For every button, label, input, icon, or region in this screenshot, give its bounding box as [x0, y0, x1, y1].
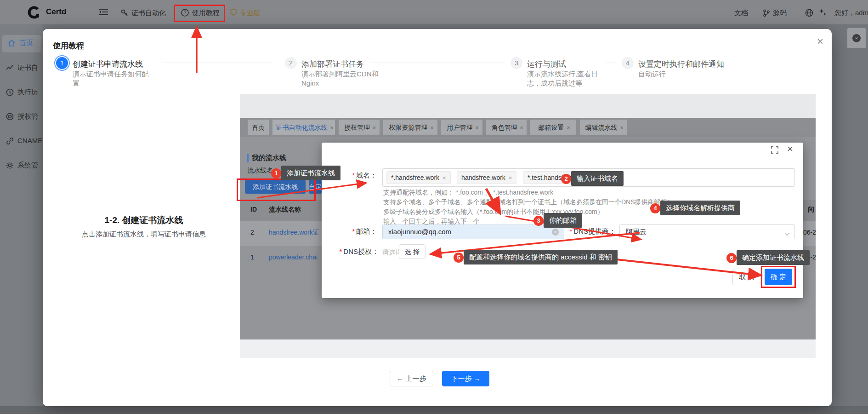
col-header-id: ID [250, 206, 257, 213]
dns-auth-select-button[interactable]: 选 择 [399, 244, 425, 259]
annotation-badge-4: 4 [650, 203, 660, 213]
add-pipeline-button[interactable]: 添加证书流水线 [245, 180, 306, 194]
chevron-down-icon [784, 230, 790, 238]
tab-close-icon[interactable]: × [567, 125, 570, 131]
annotation-tip-2: 输入证书域名 [571, 171, 624, 186]
link-icon [6, 137, 14, 145]
tab-cert-pipeline[interactable]: 证书自动化流水线× [272, 120, 335, 135]
history-clock-icon [6, 88, 14, 97]
step-2-desc2: Nginx [301, 79, 319, 87]
nav-tutorial[interactable]: 使用教程 [192, 9, 220, 17]
caption-subtitle: 点击添加证书流水线，填写证书申请信息 [52, 230, 236, 239]
cancel-button[interactable]: 取 消 [732, 269, 761, 285]
col-header-name: 流水线名称 [269, 206, 301, 214]
row-id: 2 [250, 229, 254, 236]
collapse-menu-icon[interactable] [99, 8, 108, 17]
required-mark: * [339, 247, 342, 255]
sparkles-icon[interactable] [819, 8, 827, 18]
globe-icon[interactable] [805, 9, 813, 18]
pipeline-filter-label: 流水线名 [247, 167, 273, 175]
modal-title: 使用教程 [53, 40, 84, 51]
step-2-indicator: 2 [285, 57, 297, 69]
sidebar-item-cert[interactable]: 证书自 [0, 63, 43, 80]
email-field[interactable]: xiaojunnuo@qq.com × [382, 224, 564, 239]
annotation-tip-6: 确定添加证书流水线 [737, 250, 810, 265]
tab-edit-pipeline[interactable]: 编辑流水线× [580, 120, 627, 135]
required-mark: * [569, 227, 572, 235]
target-circle-icon [6, 113, 14, 121]
dns-provider-select[interactable]: 阿里云 [619, 224, 795, 239]
tag-remove-icon[interactable]: × [509, 174, 512, 181]
tab-close-icon[interactable]: × [475, 125, 478, 131]
tab-close-icon[interactable]: × [330, 125, 333, 131]
sidebar-item-label: 证书自 [17, 63, 38, 72]
step-3-desc2: 志，成功后跳过等 [527, 79, 582, 88]
tab-home[interactable]: 首页 [248, 120, 269, 135]
annotation-tip-3: 你的邮箱 [544, 213, 582, 228]
domain-tag: *.handsfree.work× [386, 171, 451, 184]
tab-roles[interactable]: 角色管理× [486, 120, 527, 135]
sidebar-item-auth[interactable]: 授权管 [0, 112, 43, 128]
annotation-badge-1: 1 [271, 168, 281, 178]
row-time: 06-2 [803, 229, 816, 236]
next-step-button[interactable]: 下一步 → [442, 371, 489, 386]
step-1-desc2: 置 [73, 79, 79, 88]
top-navbar: Certd 证书自动化 ? 使用教程 专业版 文档 源码 您好，admin [0, 0, 868, 24]
close-circle-icon: × [852, 34, 861, 42]
git-branch-icon [763, 9, 770, 18]
inner-tabbar: 首页 证书自动化流水线× 授权管理× 权限资源管理× 用户管理× 角色管理× 邮… [240, 118, 816, 137]
domain-help-1: 支持通配符域名，例如： *.foo.com 、 *.test.handsfree… [383, 189, 553, 197]
annotation-badge-2: 2 [561, 174, 571, 184]
tab-permission[interactable]: 权限资源管理× [383, 120, 437, 135]
question-circle-icon: ? [181, 9, 189, 18]
home-icon [8, 39, 16, 47]
sidebar-item-system[interactable]: 系统管 [0, 161, 43, 177]
inner-page-title: 我的流水线 [252, 154, 286, 162]
tab-close-widget[interactable]: × [847, 28, 866, 48]
step-connector [162, 63, 273, 63]
ok-button[interactable]: 确 定 [765, 269, 792, 285]
tab-close-icon[interactable]: × [373, 125, 376, 131]
tab-close-icon[interactable]: × [620, 125, 623, 131]
email-label: *邮箱： [294, 227, 377, 236]
sidebar: 首页 证书自 执行历 授权管 CNAME 系统管 [0, 24, 43, 406]
step-3-desc: 演示流水线运行,查看日 [527, 70, 598, 79]
nav-docs[interactable]: 文档 [734, 9, 748, 17]
step-4-title: 设置定时执行和邮件通知 [638, 59, 724, 69]
row-id: 1 [250, 253, 254, 261]
fullscreen-icon[interactable] [771, 146, 778, 155]
nav-source[interactable]: 源码 [773, 9, 787, 17]
required-mark: * [352, 227, 355, 235]
brand-name: Certd [46, 7, 66, 17]
annotation-badge-6: 6 [726, 253, 737, 263]
sidebar-item-home[interactable]: 首页 [2, 35, 41, 52]
dialog-close-icon[interactable]: × [787, 144, 793, 155]
tab-users[interactable]: 用户管理× [441, 120, 482, 135]
tab-mail-settings[interactable]: 邮箱设置× [530, 120, 576, 135]
dns-auth-label: *DNS授权： [294, 247, 379, 256]
user-greeting[interactable]: 您好，admin [834, 9, 868, 17]
tab-close-icon[interactable]: × [520, 125, 523, 131]
annotation-tip-5: 配置和选择你的域名提供商的 accessid 和 密钥 [464, 250, 618, 264]
dns-provider-label: *DNS提供商： [542, 227, 616, 236]
modal-close-icon[interactable]: × [817, 36, 823, 47]
page-title-bar [247, 154, 249, 162]
nav-cert-automation[interactable]: 证书自动化 [131, 9, 166, 17]
required-mark: * [352, 171, 355, 179]
step-4-desc: 自动运行 [638, 70, 666, 79]
step-3-indicator: 3 [511, 57, 522, 69]
sidebar-item-cname[interactable]: CNAME [0, 136, 43, 153]
prev-step-button[interactable]: ← 上一步 [390, 371, 433, 386]
custom-pipeline-button[interactable]: 自定 [309, 180, 322, 194]
sidebar-item-label: CNAME [17, 137, 42, 144]
tab-auth-manage[interactable]: 授权管理× [339, 120, 380, 135]
nav-pro-edition[interactable]: 专业版 [240, 9, 261, 17]
tag-remove-icon[interactable]: × [443, 174, 446, 181]
step-4-indicator: 4 [622, 57, 634, 69]
svg-text:?: ? [184, 10, 187, 15]
sidebar-item-label: 系统管 [17, 161, 38, 170]
annotation-badge-3: 3 [533, 216, 544, 226]
tab-close-icon[interactable]: × [430, 125, 433, 131]
sidebar-item-history[interactable]: 执行历 [0, 87, 43, 104]
step-1-indicator: 1 [56, 57, 68, 69]
